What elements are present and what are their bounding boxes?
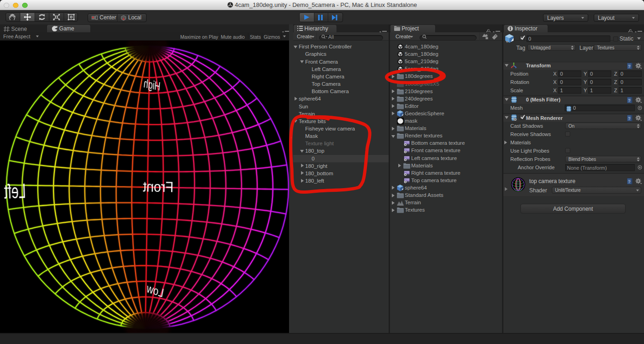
svg-text:?: ? [628,179,630,184]
svg-text:Left: Left [4,179,26,203]
svg-text:High: High [143,77,161,93]
svg-text:?: ? [628,116,630,121]
svg-text:?: ? [628,98,630,103]
svg-text:?: ? [628,64,630,69]
svg-text:Front: Front [142,178,174,195]
